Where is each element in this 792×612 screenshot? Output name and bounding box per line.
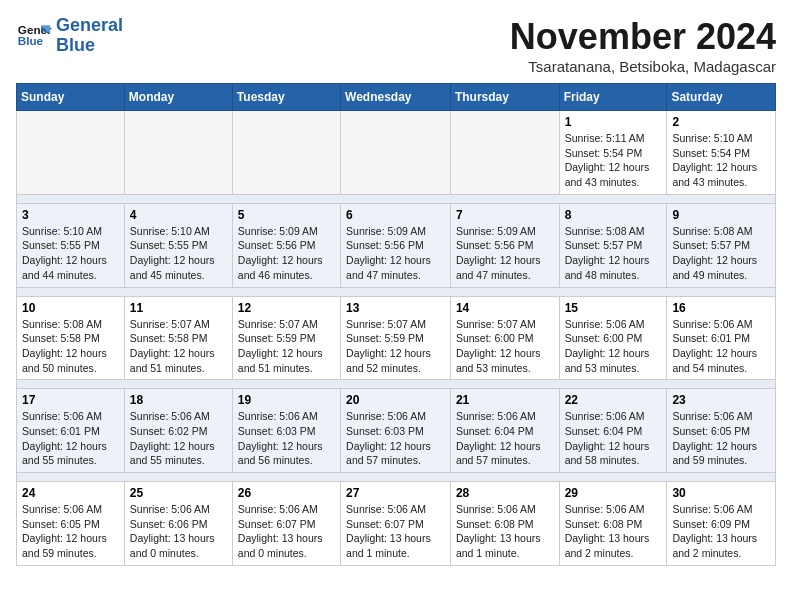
calendar-cell [232,111,340,195]
calendar-cell: 19Sunrise: 5:06 AM Sunset: 6:03 PM Dayli… [232,389,340,473]
day-info: Sunrise: 5:06 AM Sunset: 6:04 PM Dayligh… [565,409,662,468]
day-number: 12 [238,301,335,315]
weekday-header-wednesday: Wednesday [341,84,451,111]
day-number: 5 [238,208,335,222]
spacer-cell [17,473,776,482]
calendar-cell: 30Sunrise: 5:06 AM Sunset: 6:09 PM Dayli… [667,482,776,566]
calendar-cell: 22Sunrise: 5:06 AM Sunset: 6:04 PM Dayli… [559,389,667,473]
weekday-header-tuesday: Tuesday [232,84,340,111]
day-info: Sunrise: 5:07 AM Sunset: 5:59 PM Dayligh… [238,317,335,376]
calendar-cell: 5Sunrise: 5:09 AM Sunset: 5:56 PM Daylig… [232,203,340,287]
spacer-cell [17,380,776,389]
day-number: 7 [456,208,554,222]
day-number: 18 [130,393,227,407]
day-number: 15 [565,301,662,315]
calendar-cell: 25Sunrise: 5:06 AM Sunset: 6:06 PM Dayli… [124,482,232,566]
day-info: Sunrise: 5:06 AM Sunset: 6:06 PM Dayligh… [130,502,227,561]
day-number: 3 [22,208,119,222]
day-number: 8 [565,208,662,222]
day-number: 25 [130,486,227,500]
spacer-row [17,287,776,296]
calendar-cell: 27Sunrise: 5:06 AM Sunset: 6:07 PM Dayli… [341,482,451,566]
day-info: Sunrise: 5:06 AM Sunset: 6:01 PM Dayligh… [22,409,119,468]
week-row-1: 1Sunrise: 5:11 AM Sunset: 5:54 PM Daylig… [17,111,776,195]
location-title: Tsaratanana, Betsiboka, Madagascar [510,58,776,75]
calendar-cell [341,111,451,195]
day-number: 26 [238,486,335,500]
calendar-cell: 4Sunrise: 5:10 AM Sunset: 5:55 PM Daylig… [124,203,232,287]
weekday-header-monday: Monday [124,84,232,111]
day-info: Sunrise: 5:06 AM Sunset: 6:04 PM Dayligh… [456,409,554,468]
day-info: Sunrise: 5:06 AM Sunset: 6:03 PM Dayligh… [346,409,445,468]
week-row-4: 17Sunrise: 5:06 AM Sunset: 6:01 PM Dayli… [17,389,776,473]
logo-text-line2: Blue [56,36,123,56]
spacer-cell [17,194,776,203]
calendar-table: SundayMondayTuesdayWednesdayThursdayFrid… [16,83,776,566]
weekday-header-sunday: Sunday [17,84,125,111]
spacer-cell [17,287,776,296]
day-info: Sunrise: 5:06 AM Sunset: 6:07 PM Dayligh… [346,502,445,561]
day-info: Sunrise: 5:10 AM Sunset: 5:55 PM Dayligh… [22,224,119,283]
day-number: 28 [456,486,554,500]
day-info: Sunrise: 5:09 AM Sunset: 5:56 PM Dayligh… [238,224,335,283]
day-number: 13 [346,301,445,315]
day-info: Sunrise: 5:06 AM Sunset: 6:05 PM Dayligh… [672,409,770,468]
day-number: 23 [672,393,770,407]
title-section: November 2024 Tsaratanana, Betsiboka, Ma… [510,16,776,75]
day-info: Sunrise: 5:07 AM Sunset: 5:59 PM Dayligh… [346,317,445,376]
day-info: Sunrise: 5:07 AM Sunset: 5:58 PM Dayligh… [130,317,227,376]
day-number: 1 [565,115,662,129]
week-row-2: 3Sunrise: 5:10 AM Sunset: 5:55 PM Daylig… [17,203,776,287]
calendar-cell: 23Sunrise: 5:06 AM Sunset: 6:05 PM Dayli… [667,389,776,473]
day-info: Sunrise: 5:06 AM Sunset: 6:08 PM Dayligh… [565,502,662,561]
day-number: 9 [672,208,770,222]
day-info: Sunrise: 5:06 AM Sunset: 6:08 PM Dayligh… [456,502,554,561]
spacer-row [17,473,776,482]
day-number: 17 [22,393,119,407]
logo-text-line1: General [56,16,123,36]
calendar-cell: 3Sunrise: 5:10 AM Sunset: 5:55 PM Daylig… [17,203,125,287]
calendar-cell: 1Sunrise: 5:11 AM Sunset: 5:54 PM Daylig… [559,111,667,195]
day-number: 10 [22,301,119,315]
day-info: Sunrise: 5:08 AM Sunset: 5:58 PM Dayligh… [22,317,119,376]
day-info: Sunrise: 5:07 AM Sunset: 6:00 PM Dayligh… [456,317,554,376]
calendar-cell: 2Sunrise: 5:10 AM Sunset: 5:54 PM Daylig… [667,111,776,195]
weekday-header-row: SundayMondayTuesdayWednesdayThursdayFrid… [17,84,776,111]
calendar-cell: 8Sunrise: 5:08 AM Sunset: 5:57 PM Daylig… [559,203,667,287]
calendar-cell: 9Sunrise: 5:08 AM Sunset: 5:57 PM Daylig… [667,203,776,287]
day-info: Sunrise: 5:11 AM Sunset: 5:54 PM Dayligh… [565,131,662,190]
day-number: 19 [238,393,335,407]
day-number: 22 [565,393,662,407]
calendar-cell: 21Sunrise: 5:06 AM Sunset: 6:04 PM Dayli… [450,389,559,473]
calendar-cell [450,111,559,195]
day-info: Sunrise: 5:09 AM Sunset: 5:56 PM Dayligh… [346,224,445,283]
calendar-cell: 10Sunrise: 5:08 AM Sunset: 5:58 PM Dayli… [17,296,125,380]
logo-icon: General Blue [16,18,52,54]
weekday-header-saturday: Saturday [667,84,776,111]
day-info: Sunrise: 5:10 AM Sunset: 5:55 PM Dayligh… [130,224,227,283]
day-number: 30 [672,486,770,500]
calendar-cell: 12Sunrise: 5:07 AM Sunset: 5:59 PM Dayli… [232,296,340,380]
day-info: Sunrise: 5:10 AM Sunset: 5:54 PM Dayligh… [672,131,770,190]
day-info: Sunrise: 5:06 AM Sunset: 6:02 PM Dayligh… [130,409,227,468]
spacer-row [17,380,776,389]
logo: General Blue General Blue [16,16,123,56]
calendar-cell: 24Sunrise: 5:06 AM Sunset: 6:05 PM Dayli… [17,482,125,566]
day-info: Sunrise: 5:06 AM Sunset: 6:00 PM Dayligh… [565,317,662,376]
day-number: 11 [130,301,227,315]
calendar-cell: 17Sunrise: 5:06 AM Sunset: 6:01 PM Dayli… [17,389,125,473]
day-info: Sunrise: 5:09 AM Sunset: 5:56 PM Dayligh… [456,224,554,283]
calendar-cell: 16Sunrise: 5:06 AM Sunset: 6:01 PM Dayli… [667,296,776,380]
day-info: Sunrise: 5:08 AM Sunset: 5:57 PM Dayligh… [565,224,662,283]
day-number: 16 [672,301,770,315]
day-info: Sunrise: 5:06 AM Sunset: 6:07 PM Dayligh… [238,502,335,561]
calendar-cell: 6Sunrise: 5:09 AM Sunset: 5:56 PM Daylig… [341,203,451,287]
calendar-cell: 20Sunrise: 5:06 AM Sunset: 6:03 PM Dayli… [341,389,451,473]
day-number: 27 [346,486,445,500]
calendar-cell: 26Sunrise: 5:06 AM Sunset: 6:07 PM Dayli… [232,482,340,566]
month-title: November 2024 [510,16,776,58]
week-row-5: 24Sunrise: 5:06 AM Sunset: 6:05 PM Dayli… [17,482,776,566]
day-number: 20 [346,393,445,407]
calendar-cell: 15Sunrise: 5:06 AM Sunset: 6:00 PM Dayli… [559,296,667,380]
calendar-cell [124,111,232,195]
